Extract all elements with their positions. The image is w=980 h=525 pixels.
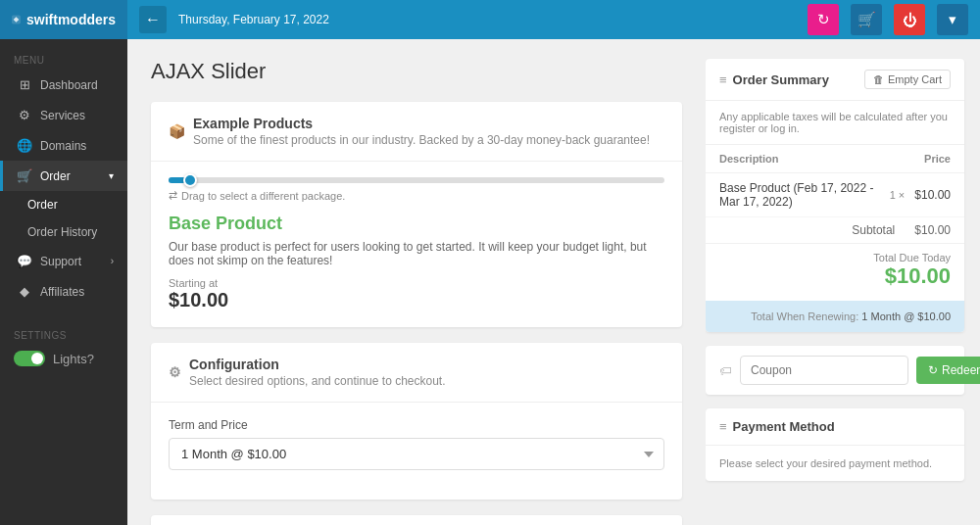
topbar-refresh-icon[interactable]: ↻ <box>808 4 839 35</box>
sidebar-item-label: Domains <box>40 139 86 153</box>
configuration-subtitle: Select desired options, and continue to … <box>189 374 446 388</box>
renewal-bar: Total When Renewing: 1 Month @ $10.00 <box>706 301 964 332</box>
main-content: AJAX Slider 📦 Example Products Some of t… <box>127 39 706 525</box>
example-products-card: 📦 Example Products Some of the finest pr… <box>151 102 682 327</box>
slider-hint: ⇄ Drag to select a different package. <box>169 189 664 202</box>
sidebar-item-services[interactable]: ⚙ Services <box>0 100 127 130</box>
slider-track[interactable] <box>169 177 664 183</box>
sidebar-group-order[interactable]: 🛒 Order ▾ <box>0 161 127 191</box>
lights-label: Lights? <box>53 352 94 366</box>
back-button[interactable]: ← <box>139 6 167 33</box>
logo-icon <box>12 9 21 30</box>
renewal-value: 1 Month @ $10.00 <box>861 310 951 322</box>
payment-icon: ≡ <box>719 419 727 434</box>
sidebar-settings: SETTINGS Lights? <box>0 322 127 372</box>
order-icon: 🛒 <box>17 168 32 183</box>
settings-label: SETTINGS <box>0 322 127 345</box>
lights-toggle[interactable] <box>14 351 45 366</box>
sidebar-item-label: Dashboard <box>40 78 98 92</box>
order-row-desc: Base Product (Feb 17, 2022 - Mar 17, 202… <box>719 181 880 209</box>
drag-icon: ⇄ <box>169 189 177 202</box>
page-title: AJAX Slider <box>151 59 682 84</box>
payment-method-card: ≡ Payment Method Please select your desi… <box>706 408 964 481</box>
order-row: Base Product (Feb 17, 2022 - Mar 17, 202… <box>706 173 964 217</box>
configuration-card: ⚙ Configuration Select desired options, … <box>151 343 682 500</box>
domains-icon: 🌐 <box>17 138 32 153</box>
topbar-menu-icon[interactable]: ▾ <box>937 4 968 35</box>
term-price-group: Term and Price 1 Month @ $10.00 3 Months… <box>169 418 664 470</box>
sidebar-item-dashboard[interactable]: ⊞ Dashboard <box>0 70 127 100</box>
configuration-title: Configuration <box>189 357 279 372</box>
sidebar-item-affiliates[interactable]: ◆ Affiliates <box>0 276 127 307</box>
order-table-header: Description Price <box>706 145 964 173</box>
col-description: Description <box>719 153 779 165</box>
services-icon: ⚙ <box>17 108 32 122</box>
redeem-button[interactable]: ↻ Redeem <box>916 357 980 384</box>
order-total-label: Total Due Today <box>719 252 951 263</box>
product-name: Base Product <box>169 214 664 234</box>
chevron-down-icon: ▾ <box>109 170 114 181</box>
slider-thumb[interactable] <box>183 173 197 187</box>
lights-toggle-row: Lights? <box>0 345 127 372</box>
menu-label: MENU <box>0 47 127 70</box>
example-products-body: ⇄ Drag to select a different package. Ba… <box>151 162 682 327</box>
renewal-label: Total When Renewing: <box>751 310 858 322</box>
order-summary-header: ≡ Order Summary 🗑 Empty Cart <box>706 59 964 101</box>
affiliates-icon: ◆ <box>17 284 32 299</box>
coupon-input[interactable] <box>740 356 908 385</box>
trash-icon: 🗑 <box>873 73 884 85</box>
empty-cart-button[interactable]: 🗑 Empty Cart <box>864 70 951 89</box>
sidebar: MENU ⊞ Dashboard ⚙ Services 🌐 Domains 🛒 … <box>0 39 127 525</box>
term-select[interactable]: 1 Month @ $10.00 3 Months @ $28.00 6 Mon… <box>169 438 664 470</box>
order-summary-title: Order Summary <box>733 72 829 87</box>
payment-method-header: ≡ Payment Method <box>706 408 964 446</box>
addons-card: + Available Addons Any selected addons w… <box>151 515 682 525</box>
col-price: Price <box>924 153 951 165</box>
example-products-header: 📦 Example Products Some of the finest pr… <box>151 102 682 162</box>
right-panel: ≡ Order Summary 🗑 Empty Cart Any applica… <box>706 39 980 525</box>
slider-container: ⇄ Drag to select a different package. <box>169 177 664 202</box>
product-price-label: Starting at <box>169 277 664 289</box>
sidebar-item-domains[interactable]: 🌐 Domains <box>0 130 127 161</box>
sidebar-item-support[interactable]: 💬 Support › <box>0 246 127 276</box>
product-desc: Our base product is perfect for users lo… <box>169 240 664 267</box>
sidebar-item-label: Services <box>40 109 85 122</box>
coupon-row: 🏷 ↻ Redeem <box>706 346 964 395</box>
topbar-cart-icon[interactable]: 🛒 <box>851 4 882 35</box>
sidebar-subitem-order[interactable]: Order <box>0 191 127 218</box>
support-icon: 💬 <box>17 254 32 268</box>
sidebar-subitem-order-history[interactable]: Order History <box>0 218 127 246</box>
tax-note: Any applicable taxes will be calculated … <box>706 101 964 145</box>
order-row-price: $10.00 <box>914 188 951 202</box>
example-products-subtitle: Some of the finest products in our indus… <box>193 133 650 147</box>
order-summary-card: ≡ Order Summary 🗑 Empty Cart Any applica… <box>706 59 964 332</box>
logo: swiftmodders <box>0 0 127 39</box>
order-table: Description Price Base Product (Feb 17, … <box>706 145 964 244</box>
topbar-power-icon[interactable]: ⏻ <box>894 4 925 35</box>
configuration-body: Term and Price 1 Month @ $10.00 3 Months… <box>151 403 682 500</box>
sidebar-group-label: Order <box>40 169 71 183</box>
topbar-date: Thursday, February 17, 2022 <box>178 13 329 26</box>
logo-text: swiftmodders <box>26 12 116 27</box>
order-summary-icon: ≡ <box>719 72 727 87</box>
configuration-header: ⚙ Configuration Select desired options, … <box>151 343 682 403</box>
products-icon: 📦 <box>169 123 185 139</box>
dashboard-icon: ⊞ <box>17 77 32 92</box>
coupon-card: 🏷 ↻ Redeem <box>706 346 964 395</box>
order-subtotal: Subtotal $10.00 <box>706 217 964 244</box>
example-products-title: Example Products <box>193 116 313 131</box>
order-total-amount: $10.00 <box>719 263 951 289</box>
payment-title: Payment Method <box>733 419 835 434</box>
coupon-icon: 🏷 <box>719 363 732 378</box>
addons-header: + Available Addons Any selected addons w… <box>151 515 682 525</box>
refresh-icon: ↻ <box>928 363 938 377</box>
config-gear-icon: ⚙ <box>169 364 181 380</box>
chevron-right-icon: › <box>111 256 114 266</box>
sidebar-item-label: Affiliates <box>40 285 84 299</box>
layout: MENU ⊞ Dashboard ⚙ Services 🌐 Domains 🛒 … <box>0 39 980 525</box>
sidebar-item-label: Support <box>40 255 81 268</box>
topbar: swiftmodders ← Thursday, February 17, 20… <box>0 0 980 39</box>
term-label: Term and Price <box>169 418 664 432</box>
subtotal-value: $10.00 <box>914 223 951 237</box>
payment-note: Please select your desired payment metho… <box>706 446 964 481</box>
